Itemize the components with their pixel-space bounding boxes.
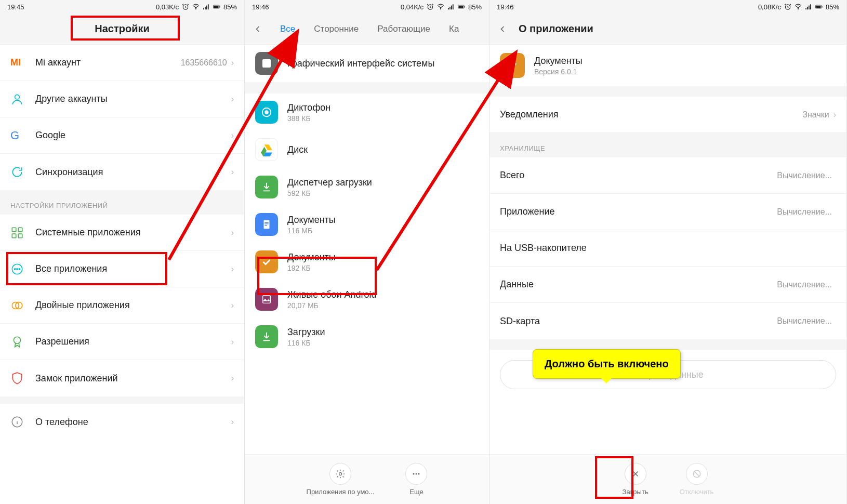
dual-icon — [10, 299, 24, 312]
svg-rect-34 — [264, 220, 270, 229]
dots-icon — [411, 469, 421, 479]
svg-rect-38 — [263, 296, 271, 303]
app-docs-google[interactable]: Документы116 МБ — [245, 206, 489, 243]
svg-point-1 — [195, 9, 196, 9]
row-permissions[interactable]: Разрешения › — [0, 324, 244, 360]
badge-icon — [10, 335, 24, 349]
svg-rect-27 — [453, 4, 454, 9]
battery-icon — [213, 3, 220, 10]
row-notifications[interactable]: Уведомления Значки › — [489, 97, 846, 133]
svg-point-23 — [440, 9, 441, 9]
svg-rect-36 — [264, 223, 268, 224]
disable-button[interactable]: Отключить — [680, 463, 714, 496]
svg-rect-51 — [822, 6, 822, 8]
tab-thirdparty[interactable]: Сторонние — [305, 24, 368, 34]
bottom-bar: Закрыть Отключить — [489, 454, 846, 504]
status-time: 19:46 — [497, 3, 514, 11]
svg-rect-25 — [449, 7, 451, 9]
row-sdcard[interactable]: SD-карта Вычисление... — [489, 303, 846, 339]
row-system-apps[interactable]: Системные приложения › — [0, 215, 244, 251]
row-other-accounts[interactable]: Другие аккаунты › — [0, 81, 244, 117]
svg-rect-4 — [206, 6, 207, 10]
svg-rect-13 — [18, 234, 22, 238]
svg-rect-24 — [448, 8, 449, 9]
row-dual-apps[interactable]: Двойные приложения › — [0, 287, 244, 324]
app-download-manager[interactable]: Диспетчер загрузки592 КБ — [245, 168, 489, 206]
back-button[interactable] — [245, 24, 271, 34]
back-button[interactable] — [489, 24, 515, 34]
panel-app-info: 19:46 0,08K/c 85% О приложении Документы… — [489, 0, 847, 504]
status-battery: 85% — [468, 3, 482, 11]
tab-cache[interactable]: Ка — [440, 24, 468, 34]
status-speed: 0,08K/c — [758, 3, 781, 11]
chevron-left-icon — [253, 24, 263, 34]
svg-rect-5 — [208, 4, 209, 9]
status-battery: 85% — [826, 3, 839, 11]
app-docs-miui[interactable]: Документы192 КБ — [245, 243, 489, 281]
svg-rect-29 — [458, 6, 463, 8]
default-apps-button[interactable]: Приложения по умо... — [307, 463, 375, 496]
row-google[interactable]: G Google › — [0, 117, 244, 154]
svg-rect-26 — [451, 6, 452, 10]
row-data[interactable]: Данные Вычисление... — [489, 267, 846, 303]
section-storage: ХРАНИЛИЩЕ — [489, 133, 846, 157]
chevron-right-icon: › — [231, 58, 234, 68]
chevron-right-icon: › — [833, 110, 836, 120]
svg-rect-45 — [805, 8, 806, 9]
svg-rect-48 — [810, 4, 811, 9]
more-button[interactable]: Еще — [405, 463, 427, 496]
page-title: О приложении — [515, 23, 593, 35]
row-all-apps[interactable]: Все приложения › — [0, 251, 244, 287]
svg-point-44 — [798, 9, 798, 9]
battery-icon — [815, 3, 823, 10]
row-app[interactable]: Приложение Вычисление... — [489, 194, 846, 230]
panel-settings: 19:45 0,03K/c 85% Настройки MI Mi аккаун… — [0, 0, 245, 504]
app-downloads[interactable]: Загрузки116 КБ — [245, 318, 489, 355]
status-bar: 19:46 0,08K/c 85% — [489, 0, 846, 14]
svg-rect-30 — [464, 6, 465, 8]
app-system-ui[interactable]: Графический интерфейс системы — [245, 45, 489, 82]
tab-all[interactable]: Все — [271, 24, 305, 34]
panel-all-apps: 19:46 0,04K/c 85% Все Сторонние Работающ… — [245, 0, 489, 504]
disable-icon — [692, 469, 702, 479]
svg-point-17 — [19, 268, 20, 269]
row-app-lock[interactable]: Замок приложений › — [0, 360, 244, 396]
wifi-icon — [795, 3, 802, 10]
app-icon — [255, 52, 278, 75]
check-icon — [255, 250, 278, 273]
shield-icon — [10, 372, 24, 385]
row-about-phone[interactable]: О телефоне › — [0, 404, 244, 440]
svg-point-41 — [416, 473, 417, 475]
app-recorder[interactable]: Диктофон388 КБ — [245, 94, 489, 131]
docs-icon — [255, 213, 278, 236]
status-bar: 19:46 0,04K/c 85% — [245, 0, 489, 14]
chevron-right-icon: › — [231, 301, 234, 310]
close-button[interactable]: Закрыть — [623, 463, 649, 496]
svg-point-20 — [14, 337, 21, 343]
wallpaper-icon — [255, 288, 278, 311]
row-mi-account[interactable]: MI Mi аккаунт 1635666610 › — [0, 45, 244, 81]
svg-rect-8 — [219, 6, 220, 8]
download-icon — [255, 176, 278, 198]
row-sync[interactable]: Синхронизация › — [0, 154, 244, 190]
svg-rect-11 — [18, 228, 22, 232]
person-icon — [10, 92, 24, 106]
alarm-icon — [784, 3, 791, 10]
app-live-wallpapers[interactable]: Живые обои Android20,07 МБ — [245, 281, 489, 318]
status-battery: 85% — [223, 3, 237, 11]
bottom-bar: Приложения по умо... Еще — [245, 454, 489, 504]
status-bar: 19:45 0,03K/c 85% — [0, 0, 244, 14]
svg-rect-3 — [205, 7, 206, 9]
row-total[interactable]: Всего Вычисление... — [489, 157, 846, 194]
app-drive[interactable]: Диск — [245, 131, 489, 168]
signal-icon — [447, 3, 455, 10]
chevron-right-icon: › — [231, 337, 234, 347]
svg-rect-46 — [807, 7, 808, 9]
alarm-icon — [427, 3, 434, 10]
row-usb[interactable]: На USB-накопителе — [489, 230, 846, 267]
mi-logo-icon: MI — [10, 57, 21, 68]
svg-rect-31 — [262, 59, 271, 68]
tab-running[interactable]: Работающие — [368, 24, 440, 34]
chevron-right-icon: › — [231, 417, 234, 427]
status-speed: 0,04K/c — [401, 3, 424, 11]
